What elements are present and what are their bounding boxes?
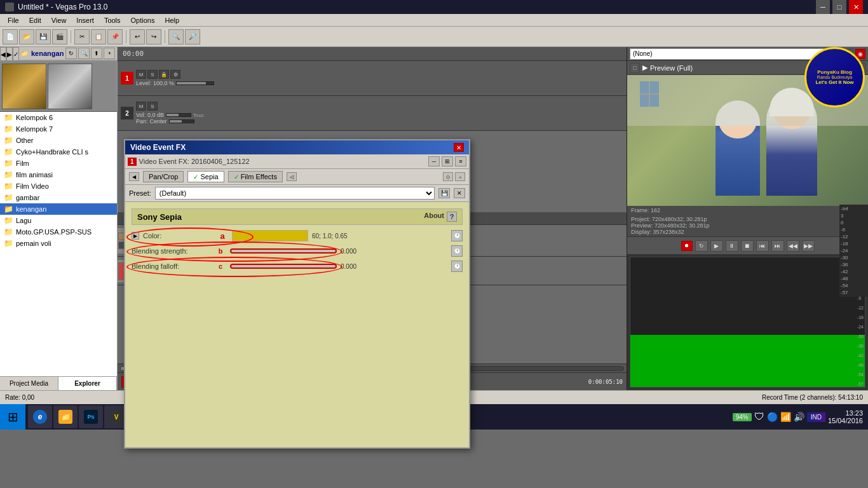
folder-item-kelompok6[interactable]: 📁 Kelompok 6 [0, 112, 117, 123]
vfx-tab-extra[interactable]: ◁ [287, 172, 297, 181]
vu-scale-n30: -30 [857, 334, 864, 339]
param-blend-falloff-clock[interactable]: 🕐 [451, 261, 463, 272]
toolbar-redo[interactable]: ↪ [146, 29, 161, 44]
folder-item-other[interactable]: 📁 Other [0, 135, 117, 146]
toolbar-separator-1 [71, 30, 71, 43]
preview-refresh[interactable]: ↻ [695, 240, 708, 252]
folder-item-pemain[interactable]: 📁 pemain voli [0, 238, 117, 249]
menu-tools[interactable]: Tools [99, 15, 126, 25]
param-color-bar[interactable] [232, 230, 308, 241]
menu-file[interactable]: File [3, 15, 24, 25]
toolbar-cut[interactable]: ✂ [74, 29, 90, 44]
nav-forward[interactable]: ▶ [6, 47, 13, 61]
preview-record[interactable]: ⏺ [681, 241, 693, 251]
folder-item-lagu[interactable]: 📁 Lagu [0, 215, 117, 226]
vfx-icon-minus[interactable]: ─ [428, 156, 440, 166]
taskbar-ie[interactable]: e [28, 405, 52, 428]
toolbar-open[interactable]: 📂 [19, 29, 34, 44]
minimize-button[interactable]: ─ [816, 0, 830, 14]
track1-mute[interactable]: M [136, 70, 146, 79]
param-blend-falloff-slider[interactable] [230, 261, 337, 272]
toolbar-zoom-in[interactable]: 🔍 [168, 29, 184, 44]
tab-pancrop[interactable]: Pan/Crop [143, 171, 184, 182]
tab-filmeffects[interactable]: ✓ Film Effects [228, 171, 283, 182]
menu-insert[interactable]: Insert [71, 15, 99, 25]
vfx-content: Sony Sepia About ? ▶ Color: a 60; 1.0; 0… [125, 202, 469, 282]
menu-view[interactable]: View [46, 15, 72, 25]
menu-help[interactable]: Help [159, 15, 184, 25]
toolbar-copy[interactable]: 📋 [91, 29, 106, 44]
fi-search[interactable]: 🔍 [78, 48, 90, 59]
vfx-close-button[interactable]: ✕ [454, 143, 464, 152]
param-color-expand[interactable]: ▶ [132, 232, 139, 240]
close-button[interactable]: ✕ [849, 0, 863, 14]
rs-n12: -12 [841, 234, 867, 240]
vfx-key-icon[interactable]: ⬦ [455, 172, 465, 181]
toolbar-render[interactable]: 🎬 [52, 29, 67, 44]
param-blend-strength-clock[interactable]: 🕐 [451, 245, 463, 257]
nav-check[interactable]: ✓ [13, 47, 19, 61]
preview-next-frame[interactable]: ⏭ [771, 240, 784, 252]
track1-settings[interactable]: ⚙ [170, 70, 180, 79]
track2-pan-slider[interactable] [169, 119, 194, 123]
track2-mute[interactable]: M [136, 102, 146, 111]
taskbar-photoshop[interactable]: Ps [79, 405, 103, 428]
preview-slow[interactable]: ◀◀ [787, 240, 799, 252]
preview-pause[interactable]: ⏸ [726, 240, 738, 252]
folder-label-kelompok7: Kelompok 7 [16, 125, 53, 133]
vfx-title-bar: Video Event FX ✕ [125, 140, 469, 154]
folder-icon-other: 📁 [4, 136, 13, 145]
about-button[interactable]: About [424, 212, 444, 222]
param-color-clock[interactable]: 🕐 [451, 230, 463, 241]
preview-fast[interactable]: ▶▶ [802, 240, 815, 252]
fi-refresh[interactable]: ↻ [65, 48, 77, 59]
preview-select[interactable]: (None) [630, 48, 827, 60]
maximize-button[interactable]: □ [832, 0, 846, 14]
toolbar-zoom-out[interactable]: 🔎 [185, 29, 200, 44]
vfx-tab-nav-left[interactable]: ◀ [129, 172, 139, 181]
folder-item-film[interactable]: 📁 Film [0, 158, 117, 169]
preview-stop[interactable]: ⏹ [741, 240, 754, 252]
folder-item-gambar[interactable]: 📁 gambar [0, 192, 117, 203]
tab-project-media[interactable]: Project Media [0, 377, 58, 390]
taskbar-explorer[interactable]: 📁 [53, 405, 78, 428]
toolbar-save[interactable]: 💾 [36, 29, 51, 44]
toolbar-new[interactable]: 📄 [3, 29, 18, 44]
track1-solo[interactable]: S [147, 70, 158, 79]
track2-solo[interactable]: S [147, 102, 158, 111]
vfx-icon-list[interactable]: ≡ [455, 156, 466, 166]
menu-options[interactable]: Options [126, 15, 160, 25]
preview-play[interactable]: ▶ [710, 240, 723, 252]
folder-item-filmvideo[interactable]: 📁 Film Video [0, 180, 117, 192]
track1-level-slider[interactable] [176, 81, 214, 85]
toolbar-undo[interactable]: ↩ [130, 29, 145, 44]
vfx-icon-grid[interactable]: ⊞ [442, 156, 453, 166]
param-blend-strength-slider[interactable] [230, 245, 337, 257]
preview-btn-1[interactable]: □ [630, 63, 640, 73]
folder-item-kenangan[interactable]: 📁 kenangan [0, 203, 117, 215]
folder-item-filmanimasi[interactable]: 📁 film animasi [0, 169, 117, 180]
preset-delete-icon[interactable]: ✕ [454, 188, 465, 198]
preview-prev-frame[interactable]: ⏮ [756, 240, 769, 252]
folder-item-kelompok7[interactable]: 📁 Kelompok 7 [0, 123, 117, 135]
fi-up[interactable]: ⬆ [91, 48, 102, 59]
folder-item-cyko[interactable]: 📁 Cyko+Handbrake CLI s [0, 146, 117, 158]
rs-n48: -48 [841, 276, 867, 281]
help-button[interactable]: ? [447, 212, 457, 222]
preset-save-icon[interactable]: 💾 [438, 188, 450, 198]
folder-label-filmvideo: Film Video [16, 182, 49, 190]
track1-lock[interactable]: 🔒 [159, 70, 169, 79]
fi-new-folder[interactable]: + [104, 48, 115, 59]
preset-select[interactable]: (Default) [155, 187, 435, 200]
toolbar-paste[interactable]: 📌 [107, 29, 123, 44]
nav-back[interactable]: ◀ [0, 47, 6, 61]
start-button[interactable]: ⊞ [0, 404, 25, 430]
vfx-animate-icon[interactable]: ◇ [443, 172, 453, 181]
tab-explorer[interactable]: Explorer [58, 377, 117, 390]
folder-icon-filmanimasi: 📁 [4, 170, 13, 179]
menu-edit[interactable]: Edit [24, 15, 46, 25]
folder-item-moto[interactable]: 📁 Moto.GP.USA.PSP-SUS [0, 226, 117, 238]
tab-sepia[interactable]: ✓ Sepia [187, 171, 224, 182]
track2-vol-slider[interactable] [166, 113, 191, 117]
vu-left-bar [630, 257, 865, 387]
